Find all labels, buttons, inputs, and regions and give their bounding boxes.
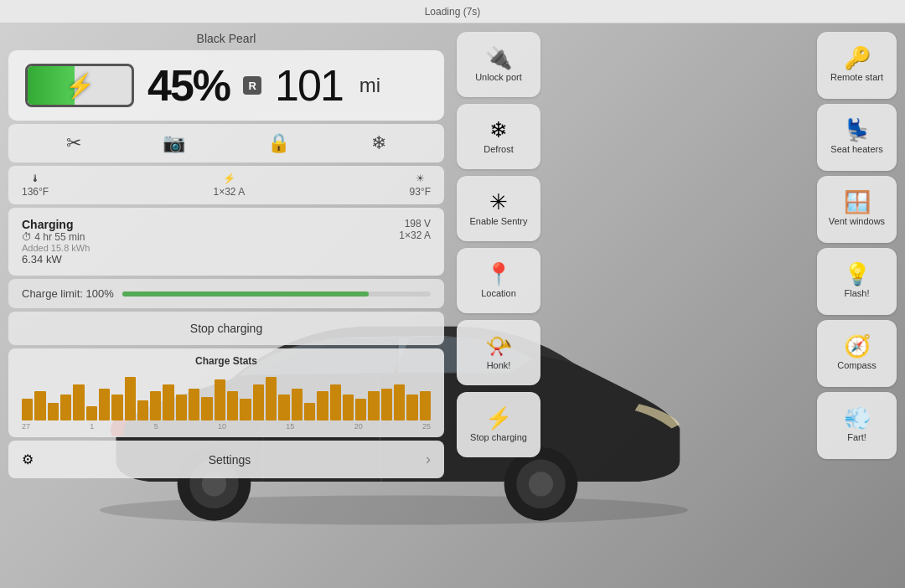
chart-bar [240, 399, 251, 420]
charge-stats-title: Charge Stats [18, 355, 434, 367]
charge-rate: ⚡ 1×32 A [213, 173, 245, 198]
stop-charging-icon: ⚡ [485, 407, 512, 429]
location-icon: 📍 [485, 263, 512, 285]
charging-card: Charging ⏱ 4 hr 55 min Added 15.8 kWh 6.… [8, 208, 444, 276]
honk-button[interactable]: 📯 Honk! [457, 320, 540, 385]
unlock-port-button[interactable]: 🔌 Unlock port [457, 32, 540, 97]
chart-bar [73, 384, 84, 420]
action-row-3: 🪟 Vent windows [679, 176, 897, 243]
remote-start-label: Remote start [830, 72, 883, 83]
chart-bar [317, 391, 328, 420]
outside-temp: ☀ 93°F [410, 173, 431, 198]
stop-charging-action-button[interactable]: ⚡ Stop charging [457, 392, 540, 457]
charge-limit-bar [122, 291, 431, 297]
cabin-temp: 🌡 136°F [22, 173, 49, 198]
settings-label: Settings [209, 453, 251, 467]
flash-label: Flash! [845, 288, 870, 299]
chart-bar [227, 391, 238, 420]
defrost-button[interactable]: ❄ Defrost [457, 104, 540, 169]
lock-icon[interactable]: 🔒 [267, 132, 290, 154]
chart-bar [420, 391, 431, 420]
range-badge: R [243, 76, 261, 95]
chart-bar [292, 389, 303, 420]
compass-label: Compass [837, 360, 876, 371]
chart-bar [34, 391, 45, 420]
info-row: 🌡 136°F ⚡ 1×32 A ☀ 93°F [8, 166, 444, 204]
chart-bar [137, 400, 148, 420]
cabin-temp-icon: 🌡 [30, 173, 40, 184]
chart-bar [163, 384, 173, 420]
top-bar: Loading (7s) [0, 0, 905, 23]
honk-label: Honk! [487, 360, 511, 370]
action-row-6: 💨 Fart! [679, 392, 897, 459]
car-name: Black Pearl [8, 32, 444, 45]
left-actions-panel: 🔌 Unlock port ❄ Defrost ✳ Enable Sentry … [457, 32, 557, 580]
charging-title: Charging [22, 218, 90, 231]
remote-start-icon: 🔑 [844, 47, 871, 69]
settings-gear-icon: ⚙ [22, 451, 34, 467]
chart-bar [111, 395, 122, 420]
remote-start-button[interactable]: 🔑 Remote start [817, 32, 897, 99]
chart-bar [86, 406, 97, 420]
seat-heaters-label: Seat heaters [830, 144, 882, 155]
battery-visual: ⚡ [25, 64, 134, 107]
enable-sentry-button[interactable]: ✳ Enable Sentry [457, 176, 540, 241]
charge-stats-card: Charge Stats 27 1 5 10 15 20 25 [8, 348, 444, 437]
charge-limit-label: Charge limit: 100% [22, 287, 114, 300]
chart-bar [343, 395, 354, 420]
battery-percent: 45% [147, 60, 230, 111]
seat-heaters-button[interactable]: 💺 Seat heaters [817, 104, 897, 171]
flash-icon: 💡 [844, 263, 871, 285]
charging-right: 198 V 1×32 A [399, 218, 431, 241]
chart-bar [253, 384, 264, 420]
action-row-1: 🔑 Remote start [679, 32, 897, 99]
fart-button[interactable]: 💨 Fart! [817, 392, 897, 459]
chart-bar [201, 397, 212, 420]
settings-row[interactable]: ⚙ Settings › [8, 441, 444, 478]
charge-limit-row[interactable]: Charge limit: 100% [8, 279, 444, 308]
chart-bar [99, 389, 110, 420]
chart-bar [48, 403, 59, 420]
chart-bar [60, 395, 71, 420]
loading-text: Loading (7s) [425, 6, 481, 18]
defrost-icon: ❄ [489, 119, 508, 141]
charging-current: 1×32 A [399, 230, 431, 241]
charge-rate-icon: ⚡ [223, 173, 235, 184]
settings-chevron: › [426, 451, 431, 468]
sentry-icon: ✳ [489, 191, 508, 213]
chart-bar [406, 395, 417, 420]
battery-bolt-icon: ⚡ [65, 72, 95, 100]
chart-bar [215, 379, 225, 420]
chart-bar [176, 395, 187, 420]
dashcam-icon[interactable]: 📷 [163, 132, 185, 154]
defrost-label: Defrost [484, 144, 513, 154]
outside-temp-value: 93°F [410, 186, 431, 198]
chart-bar [22, 399, 33, 420]
stop-charging-button[interactable]: Stop charging [8, 312, 444, 345]
charging-time-value: 4 hr 55 min [34, 231, 85, 243]
range-value: 101 [275, 60, 343, 111]
stop-charging-action-label: Stop charging [470, 432, 527, 442]
fart-label: Fart! [847, 432, 866, 443]
charging-added: Added 15.8 kWh [22, 243, 90, 253]
seat-heaters-icon: 💺 [844, 119, 871, 141]
battery-card: ⚡ 45% R 101 mi [8, 50, 444, 121]
chart-area [18, 370, 434, 420]
sentry-label: Enable Sentry [469, 216, 527, 226]
main-container: Black Pearl ⚡ 45% R 101 mi ✂ 📷 🔒 ❄ [0, 23, 905, 588]
cabin-temp-value: 136°F [22, 186, 49, 198]
action-row-4: 💡 Flash! [679, 248, 897, 315]
honk-icon: 📯 [485, 335, 512, 357]
battery-divider: R [243, 76, 261, 95]
flash-button[interactable]: 💡 Flash! [817, 248, 897, 315]
climate-icon[interactable]: ❄ [371, 132, 386, 154]
vent-windows-label: Vent windows [829, 216, 885, 227]
range-unit: mi [359, 74, 380, 97]
chart-bar [278, 395, 289, 420]
compass-button[interactable]: 🧭 Compass [817, 320, 897, 387]
tools-icon[interactable]: ✂ [66, 132, 81, 154]
clock-icon: ⏱ [22, 231, 32, 243]
vent-windows-button[interactable]: 🪟 Vent windows [817, 176, 897, 243]
location-button[interactable]: 📍 Location [457, 248, 540, 313]
fart-icon: 💨 [844, 407, 871, 429]
